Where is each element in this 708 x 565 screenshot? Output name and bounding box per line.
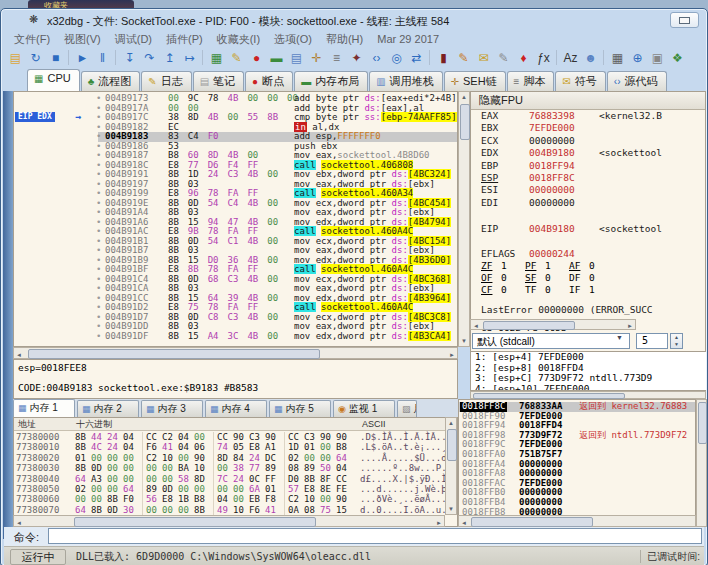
tab-notes[interactable]: ▤笔记 xyxy=(193,71,244,91)
disasm-row[interactable]: •004B91DF8B15A43C4B00mov edx,dword ptr d… xyxy=(14,332,458,342)
flags-row[interactable]: OF0SF0DF0 xyxy=(471,272,705,284)
log-icon[interactable]: ✎ xyxy=(227,49,246,67)
symbols-icon[interactable]: ✦ xyxy=(347,49,366,67)
menu-file[interactable]: 文件(F) xyxy=(7,30,57,47)
calling-convention-select[interactable]: 默认 (stdcall) xyxy=(472,333,630,349)
scroll-thumb[interactable] xyxy=(74,517,316,527)
strings-icon[interactable]: Az xyxy=(561,49,580,67)
tab-seh[interactable]: ✛SEH链 xyxy=(444,71,506,91)
flags-row[interactable]: CF0TF0IF1 xyxy=(471,284,705,296)
dump-tab-dump2[interactable]: ▦内存 2 xyxy=(77,400,139,417)
dump-row[interactable]: 7738002001000000C21000908D8424DC02000064… xyxy=(14,453,457,463)
tab-log[interactable]: ✎日志 xyxy=(141,71,191,91)
memory-dump-pane[interactable]: ▦内存 1▦内存 2▦内存 3▦内存 4▦内存 5◉监视 1▨局部变量 地址 十… xyxy=(13,399,458,527)
scroll-right-icon[interactable]: ► xyxy=(625,321,635,331)
menu-plugins[interactable]: 插件(P) xyxy=(159,30,210,47)
register-row-esp[interactable]: ESP0018FF8C xyxy=(471,172,705,184)
disassembly-vscrollbar[interactable]: ▲ ▼ xyxy=(458,91,470,347)
breakpoints-icon[interactable]: ● xyxy=(247,49,266,67)
tab-script[interactable]: ≡脚本 xyxy=(507,71,555,91)
tab-call-stack[interactable]: ▥调用堆栈 xyxy=(369,71,442,91)
close-icon[interactable]: ■ xyxy=(46,49,65,67)
functions-icon[interactable]: ƒx xyxy=(534,49,553,67)
tab-breakpoints[interactable]: ●断点 xyxy=(245,71,293,91)
scroll-left-icon[interactable]: ◄ xyxy=(471,321,481,331)
register-row-edx[interactable]: EDX004B9180<sockettool xyxy=(471,147,705,159)
register-row-eip[interactable]: EIP004B9180<sockettool xyxy=(471,223,705,235)
tab-graph[interactable]: ♣流程图 xyxy=(81,71,141,91)
title-bar[interactable]: ❋ x32dbg - 文件: SocketTool.exe - PID: F00… xyxy=(3,11,705,30)
threads-icon[interactable]: ⇄ xyxy=(407,49,426,67)
script-icon[interactable]: ≡ xyxy=(327,49,346,67)
comments-icon[interactable]: ✉ xyxy=(474,49,493,67)
registers-hscrollbar[interactable]: ◄ ► xyxy=(470,319,636,330)
dump-row[interactable]: 7738006000008BF056E81BB80400EBF8C2100090… xyxy=(14,494,457,504)
stack-hscrollbar[interactable]: ◄ xyxy=(458,515,696,527)
register-row-ecx[interactable]: ECX00000000 xyxy=(471,135,705,147)
scroll-thumb[interactable] xyxy=(28,349,320,359)
dump-vscrollbar[interactable]: ▲ ▼ xyxy=(445,417,457,515)
memory-map-icon[interactable]: ▬ xyxy=(267,49,286,67)
menu-options[interactable]: 选项(O) xyxy=(267,30,319,47)
register-row-ebp[interactable]: EBP0018FF94 xyxy=(471,160,705,172)
arg-count-stepper[interactable]: ▲▼ xyxy=(670,333,683,349)
dump-tab-dump3[interactable]: ▦内存 3 xyxy=(141,400,203,417)
dump-header-addr[interactable]: 地址 xyxy=(18,418,36,430)
disassembly-hscrollbar[interactable]: ◄ ► xyxy=(13,347,458,359)
handles-icon[interactable]: ▮ xyxy=(434,49,453,67)
pause-icon[interactable]: ‖ xyxy=(93,49,112,67)
settings-icon[interactable]: ⊕ xyxy=(628,49,647,67)
command-input[interactable] xyxy=(48,528,702,544)
menu-view[interactable]: 视图(V) xyxy=(57,30,108,47)
tab-cpu[interactable]: ▦CPU xyxy=(27,69,80,91)
dump-header-ascii[interactable]: ASCII xyxy=(362,418,386,430)
register-row-esi[interactable]: ESI00000000 xyxy=(471,184,705,196)
dump-row[interactable]: 773800108B4C2404F64104067405E8A11D0100B8… xyxy=(14,442,457,452)
arguments-hscrollbar[interactable] xyxy=(470,391,706,399)
window-icon[interactable]: ▣ xyxy=(648,49,667,67)
hide-fpu-button[interactable]: 隐藏FPU xyxy=(471,92,705,110)
attach-icon[interactable]: ☻ xyxy=(581,49,600,67)
argument-row[interactable]: 4: [esp+10] 7EFDE000 xyxy=(471,384,706,391)
dump-header-hex[interactable]: 十六进制 xyxy=(76,418,112,430)
step-into-icon[interactable]: ↧ xyxy=(120,49,139,67)
scroll-thumb[interactable] xyxy=(698,402,707,444)
seh-chain-icon[interactable]: ✛ xyxy=(307,49,326,67)
scroll-thumb[interactable] xyxy=(460,104,470,140)
dump-tab-dump1[interactable]: ▦内存 1 xyxy=(13,399,75,417)
menu-favourites[interactable]: 收藏夹(I) xyxy=(210,30,267,47)
bookmarks-icon[interactable]: ♦ xyxy=(514,49,533,67)
dump-row[interactable]: 77380070648B0D300000008B4910F6410A087515… xyxy=(14,505,457,515)
menu-help[interactable]: 帮助(H) xyxy=(319,30,370,47)
argument-row[interactable]: 1: [esp+4] 7EFDE000 xyxy=(471,352,706,363)
dump-hscrollbar[interactable]: ◄ ► xyxy=(13,515,445,527)
scroll-down-icon[interactable]: ▼ xyxy=(446,504,456,514)
labels-icon[interactable]: ✎ xyxy=(494,49,513,67)
scroll-down-icon[interactable]: ▼ xyxy=(459,336,469,346)
stack-pane[interactable]: 0018FF8C768833AA返回到 kernel32.768830018FF… xyxy=(458,399,696,527)
stack-vscrollbar[interactable] xyxy=(696,399,707,527)
disasm-row[interactable]: •004B9182ECin al,dx xyxy=(14,123,458,133)
run-to-user-code-icon[interactable]: ↦ xyxy=(180,49,199,67)
run-icon[interactable]: ► xyxy=(73,49,92,67)
tab-memory-map[interactable]: ▬内存布局 xyxy=(294,71,368,91)
scroll-thumb[interactable] xyxy=(471,517,593,527)
references-icon[interactable]: ◎ xyxy=(387,49,406,67)
dump-body[interactable]: 地址 十六进制 ASCII 773800008B442404CCC20400CC… xyxy=(13,417,458,527)
step-over-icon[interactable]: ↷ xyxy=(140,49,159,67)
flags-row[interactable]: ZF1PF1AF0 xyxy=(471,260,705,272)
open-file-icon[interactable]: ▤ xyxy=(6,49,25,67)
dump-row[interactable]: 773800308B0D00000000BA100038778908895004… xyxy=(14,463,457,473)
arguments-list[interactable]: 1: [esp+4] 7EFDE0002: [esp+8] 0018FFD43:… xyxy=(470,351,706,391)
register-row-ebx[interactable]: EBX7EFDE000 xyxy=(471,122,705,134)
dump-tab-watch1[interactable]: ◉监视 1 xyxy=(333,400,395,417)
disassembly-pane[interactable]: •004B9173009C784B000000add byte ptr ds:[… xyxy=(13,91,458,347)
dump-tab-dump5[interactable]: ▦内存 5 xyxy=(269,400,331,417)
scroll-up-icon[interactable]: ▲ xyxy=(459,92,469,102)
disasm-row[interactable]: •004B918383C4F0add esp,FFFFFFF0 xyxy=(14,132,458,142)
scroll-thumb[interactable] xyxy=(483,321,575,330)
patch-icon[interactable]: ✎ xyxy=(454,49,473,67)
restart-icon[interactable]: ↻ xyxy=(26,49,45,67)
scroll-thumb[interactable] xyxy=(447,429,457,461)
register-row-edi[interactable]: EDI00000000 xyxy=(471,197,705,209)
